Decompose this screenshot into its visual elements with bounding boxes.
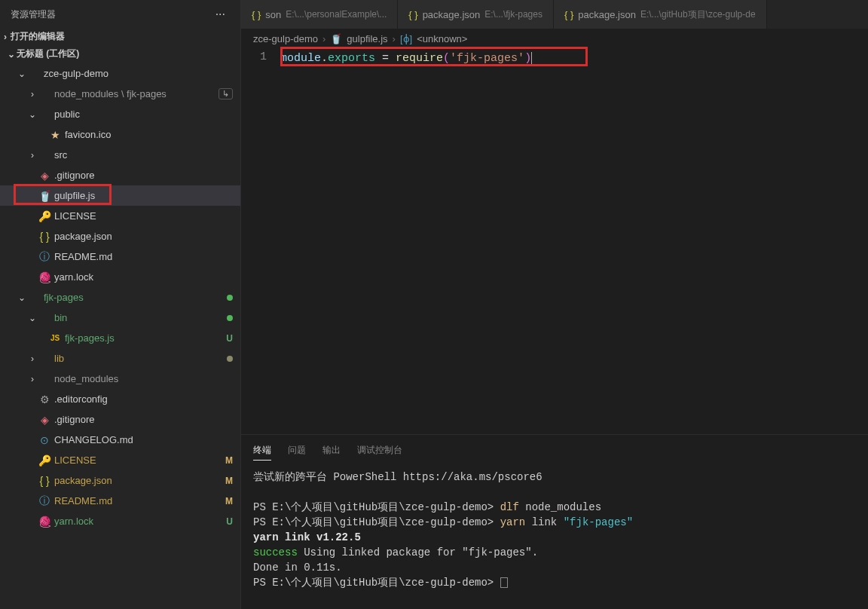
- license-icon: 🔑: [38, 454, 51, 467]
- token: require: [396, 52, 443, 65]
- tree-item-label: gulpfile.js: [54, 190, 233, 201]
- json-icon: { }: [38, 231, 51, 243]
- git-icon: ◈: [38, 414, 51, 426]
- tree-item[interactable]: ›ⓘREADME.mdM: [0, 491, 240, 511]
- token: (: [443, 52, 450, 65]
- git-status-letter: M: [225, 476, 233, 486]
- tree-item-label: package.json: [54, 475, 225, 486]
- tree-item-label: zce-gulp-demo: [44, 68, 233, 79]
- chevron-down-icon: ⌄: [17, 69, 27, 79]
- tree-item[interactable]: ›JSfjk-pages.jsU: [0, 328, 240, 348]
- breadcrumb-seg: gulpfile.js: [347, 33, 387, 44]
- open-editors-section[interactable]: › 打开的编辑器: [0, 29, 240, 44]
- tree-item[interactable]: ›node_modules \ fjk-pages↳: [0, 84, 240, 104]
- git-icon: ◈: [38, 170, 51, 182]
- chevron-down-icon: ⌄: [17, 292, 27, 303]
- tree-item-label: CHANGELOG.md: [54, 434, 233, 445]
- tree-item[interactable]: ›◈.gitignore: [0, 409, 240, 430]
- tree-item[interactable]: ›lib: [0, 348, 240, 369]
- tree-item-label: favicon.ico: [65, 129, 233, 140]
- chevron-down-icon: ⌄: [27, 109, 38, 120]
- token: ): [524, 52, 531, 65]
- terminal-line: 尝试新的跨平台 PowerShell https://aka.ms/pscore…: [253, 470, 856, 485]
- tree-item[interactable]: ⌄zce-gulp-demo: [0, 63, 240, 84]
- tree-item[interactable]: ›🥤gulpfile.js: [0, 185, 240, 206]
- code-content[interactable]: module.exports = require('fjk-pages'): [280, 48, 532, 434]
- terminal-line: success Using linked package for "fjk-pa…: [253, 545, 856, 560]
- tree-item[interactable]: ›◈.gitignore: [0, 165, 240, 185]
- editor-tab[interactable]: { }package.jsonE:\...\gitHub项目\zce-gulp-…: [554, 0, 767, 29]
- panel-tab-terminal[interactable]: 终端: [253, 441, 271, 461]
- explorer-more-icon[interactable]: ···: [211, 8, 230, 21]
- git-status-letter: U: [226, 333, 233, 344]
- tree-item-label: public: [54, 109, 233, 120]
- tree-item-label: node_modules \ fjk-pages: [54, 88, 219, 99]
- terminal-line: yarn link v1.22.5: [253, 530, 856, 545]
- app-root: 资源管理器 ··· › 打开的编辑器 ⌄ 无标题 (工作区) ⌄zce-gulp…: [0, 0, 868, 609]
- info-icon: ⓘ: [38, 494, 51, 508]
- tree-item-label: yarn.lock: [54, 516, 226, 527]
- tree-item[interactable]: ›{ }package.jsonM: [0, 470, 240, 491]
- tree-item[interactable]: ›🧶yarn.lockU: [0, 511, 240, 531]
- tree-item[interactable]: ›⚙.editorconfig: [0, 389, 240, 409]
- tree-item-label: LICENSE: [54, 210, 233, 222]
- token: exports: [328, 52, 375, 65]
- explorer-sidebar: 资源管理器 ··· › 打开的编辑器 ⌄ 无标题 (工作区) ⌄zce-gulp…: [0, 0, 241, 609]
- json-icon: { }: [252, 9, 261, 20]
- bottom-panel: 终端 问题 输出 调试控制台 尝试新的跨平台 PowerShell https:…: [241, 434, 868, 609]
- tab-title: package.json: [423, 9, 481, 20]
- terminal-output[interactable]: 尝试新的跨平台 PowerShell https://aka.ms/pscore…: [241, 464, 868, 609]
- tree-item[interactable]: ⌄bin: [0, 308, 240, 328]
- json-icon: { }: [564, 9, 573, 20]
- tree-item[interactable]: ⌄public: [0, 104, 240, 124]
- panel-tab-debug[interactable]: 调试控制台: [357, 441, 402, 461]
- git-status-letter: M: [225, 496, 233, 506]
- tree-item[interactable]: ›src: [0, 145, 240, 165]
- tree-item[interactable]: ⌄fjk-pages: [0, 287, 240, 308]
- panel-tabs: 终端 问题 输出 调试控制台: [241, 435, 868, 464]
- terminal-line: PS E:\个人项目\gitHub项目\zce-gulp-demo> yarn …: [253, 515, 856, 530]
- tree-item[interactable]: ›🔑LICENSE: [0, 206, 240, 226]
- tree-item[interactable]: ›🔑LICENSEM: [0, 450, 240, 470]
- breadcrumb[interactable]: zce-gulp-demo › 🥤 gulpfile.js › [ϕ] <unk…: [241, 29, 868, 48]
- chevron-right-icon: ›: [0, 32, 11, 42]
- breadcrumb-seg: <unknown>: [417, 33, 467, 44]
- editor-tab[interactable]: { }package.jsonE:\...\fjk-pages: [398, 0, 554, 29]
- tree-item-label: bin: [54, 312, 227, 323]
- editor-area: { }sonE:\...\personalExample\...{ }packa…: [241, 0, 868, 609]
- tree-item-label: package.json: [54, 231, 233, 242]
- tree-item-label: yarn.lock: [54, 271, 233, 283]
- tree-item[interactable]: ›★favicon.ico: [0, 124, 240, 145]
- tree-item[interactable]: ›ⓘREADME.md: [0, 246, 240, 267]
- yarn-icon: 🧶: [38, 271, 51, 283]
- tree-item-label: fjk-pages: [44, 292, 227, 303]
- tree-item-label: README.md: [54, 251, 233, 262]
- workspace-section[interactable]: ⌄ 无标题 (工作区): [0, 44, 240, 63]
- git-status-letter: M: [225, 455, 233, 466]
- yarn-icon: 🧶: [38, 516, 51, 528]
- tree-item-label: src: [54, 149, 233, 161]
- terminal-line: PS E:\个人项目\gitHub项目\zce-gulp-demo> dlf n…: [253, 500, 856, 515]
- editor-tab[interactable]: { }sonE:\...\personalExample\...: [241, 0, 398, 29]
- chevron-right-icon: ›: [322, 33, 326, 44]
- tree-item[interactable]: ›🧶yarn.lock: [0, 267, 240, 287]
- panel-tab-problems[interactable]: 问题: [288, 441, 306, 461]
- cursor: [531, 52, 532, 65]
- code-line[interactable]: module.exports = require('fjk-pages'): [280, 50, 532, 67]
- file-tree: ⌄zce-gulp-demo›node_modules \ fjk-pages↳…: [0, 63, 240, 609]
- tree-item[interactable]: ›⊙CHANGELOG.md: [0, 430, 240, 450]
- git-status-dot: [227, 295, 233, 301]
- git-status-dot: [227, 315, 233, 321]
- license-icon: 🔑: [38, 210, 51, 222]
- panel-tab-output[interactable]: 输出: [322, 441, 341, 461]
- code-editor[interactable]: 1 module.exports = require('fjk-pages'): [241, 48, 868, 434]
- tree-item-label: .editorconfig: [54, 393, 233, 405]
- tree-item[interactable]: ›{ }package.json: [0, 226, 240, 246]
- token: =: [375, 52, 396, 65]
- token: 'fjk-pages': [450, 52, 524, 65]
- token: module: [280, 52, 321, 65]
- tree-item-label: .gitignore: [54, 414, 233, 425]
- tree-item[interactable]: ›node_modules: [0, 369, 240, 389]
- tree-item-label: fjk-pages.js: [65, 332, 226, 344]
- git-status-dot: [227, 356, 233, 362]
